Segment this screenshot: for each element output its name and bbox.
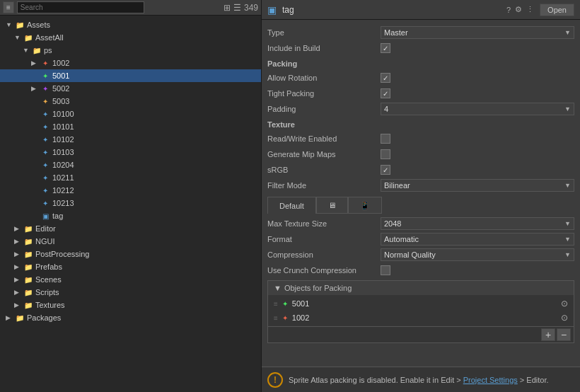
- allow-rotation-checkbox[interactable]: ✓: [381, 73, 390, 83]
- tree-label-5003: 5003: [52, 97, 69, 105]
- tree-item-scenes[interactable]: ▶ 📁 Scenes: [0, 273, 261, 286]
- tree-item-assetall[interactable]: ▼ 📁 AssetAll: [0, 31, 261, 44]
- remove-object-button[interactable]: −: [557, 328, 571, 341]
- tree-item-1002[interactable]: ▶ ✦ 1002: [0, 57, 261, 69]
- tree-item-10101[interactable]: ✦ 10101: [0, 120, 261, 133]
- padding-row: Padding 4 ▼: [267, 102, 574, 116]
- tree-item-assets[interactable]: ▼ 📁 Assets: [0, 18, 261, 31]
- tree-item-textures[interactable]: ▶ 📁 Textures: [0, 299, 261, 311]
- object-name-5001: 5001: [292, 299, 557, 308]
- arrow-scripts: ▶: [14, 289, 23, 296]
- search-input[interactable]: [17, 1, 144, 13]
- folder-icon-assetall: 📁: [23, 32, 34, 43]
- folder-icon-textures: 📁: [23, 299, 34, 311]
- tree-item-10213[interactable]: ✦ 10213: [0, 197, 261, 209]
- tree-item-5002[interactable]: ▶ ✦ 5002: [0, 82, 261, 95]
- filter-mode-dropdown[interactable]: Bilinear ▼: [381, 179, 574, 192]
- tree-item-10102[interactable]: ✦ 10102: [0, 133, 261, 146]
- object-settings-1002[interactable]: ⊙: [561, 313, 568, 323]
- srgb-checkbox[interactable]: ✓: [381, 165, 390, 175]
- objects-header[interactable]: ▼ Objects for Packing: [268, 281, 574, 295]
- srgb-row: sRGB ✓: [267, 163, 574, 177]
- tree-label-5001: 5001: [52, 71, 69, 80]
- menu-button[interactable]: ≡: [3, 1, 14, 13]
- sprite-icon-5002: ✦: [40, 83, 51, 94]
- arrow-ngui: ▶: [14, 238, 23, 245]
- type-dropdown[interactable]: Master ▼: [381, 26, 574, 39]
- tree-item-tag[interactable]: ▣ tag: [0, 209, 261, 222]
- tree-item-ngui[interactable]: ▶ 📁 NGUI: [0, 235, 261, 248]
- format-row: Format Automatic ▼: [267, 232, 574, 246]
- sprite-icon-10211: ✦: [40, 172, 51, 183]
- tree-item-prefabs[interactable]: ▶ 📁 Prefabs: [0, 260, 261, 273]
- tree-item-postprocessing[interactable]: ▶ 📁 PostProcessing: [0, 248, 261, 260]
- tight-packing-checkbox[interactable]: ✓: [381, 88, 390, 98]
- format-dropdown[interactable]: Automatic ▼: [381, 233, 574, 246]
- tree-item-scripts[interactable]: ▶ 📁 Scripts: [0, 286, 261, 299]
- tree-item-10100[interactable]: ✦ 10100: [0, 108, 261, 120]
- tree-label-assets: Assets: [27, 21, 50, 29]
- drag-handle-1002[interactable]: ≡: [274, 314, 278, 322]
- arrow-1002: ▶: [31, 59, 40, 67]
- tree-label-tag: tag: [52, 212, 63, 220]
- tree-label-ps: ps: [44, 46, 52, 54]
- objects-section: ▼ Objects for Packing ≡ ✦ 5001 ⊙ ≡ ✦ 100…: [267, 280, 574, 343]
- crunch-checkbox[interactable]: [381, 265, 390, 275]
- open-button[interactable]: Open: [540, 4, 574, 16]
- compression-dropdown[interactable]: Normal Quality ▼: [381, 248, 574, 261]
- project-settings-link[interactable]: Project Settings: [463, 376, 518, 384]
- inspector-title: tag: [282, 5, 294, 15]
- gear-icon[interactable]: ⚙: [515, 5, 522, 14]
- tree-item-editor[interactable]: ▶ 📁 Editor: [0, 222, 261, 235]
- tree-item-10212[interactable]: ✦ 10212: [0, 184, 261, 197]
- sprite-icon-5001: ✦: [40, 70, 51, 81]
- tab-android[interactable]: 📱: [348, 197, 382, 214]
- object-name-1002: 1002: [292, 313, 557, 322]
- mip-maps-checkbox[interactable]: [381, 149, 390, 159]
- sprite-icon-5003: ✦: [40, 96, 51, 107]
- tree-item-5003[interactable]: ✦ 5003: [0, 95, 261, 108]
- crunch-label: Use Crunch Compression: [267, 266, 381, 275]
- tight-packing-label: Tight Packing: [267, 89, 381, 98]
- arrow-assetall: ▼: [14, 34, 23, 41]
- tree-item-10211[interactable]: ✦ 10211: [0, 171, 261, 184]
- tree-item-10204[interactable]: ✦ 10204: [0, 158, 261, 171]
- list-icon[interactable]: ☰: [233, 3, 241, 13]
- tree-item-5001[interactable]: ✦ 5001: [0, 69, 261, 82]
- packing-section-header: Packing: [267, 59, 574, 68]
- tree-label-10213: 10213: [52, 199, 74, 207]
- tree-label-10103: 10103: [52, 148, 74, 156]
- padding-dropdown[interactable]: 4 ▼: [381, 103, 574, 115]
- tree-label-packages: Packages: [27, 313, 61, 322]
- filter-mode-value: Bilinear: [384, 181, 410, 190]
- tree-item-10103[interactable]: ✦ 10103: [0, 146, 261, 158]
- tab-desktop[interactable]: 🖥: [316, 197, 348, 214]
- drag-handle-5001[interactable]: ≡: [274, 300, 278, 308]
- object-settings-5001[interactable]: ⊙: [561, 299, 568, 309]
- folder-icon-ps: 📁: [31, 45, 42, 56]
- desktop-icon: 🖥: [328, 201, 336, 209]
- tree-label-1002: 1002: [52, 59, 69, 67]
- tree-label-assetall: AssetAll: [35, 33, 64, 42]
- tab-default[interactable]: Default: [267, 197, 316, 214]
- max-texture-dropdown[interactable]: 2048 ▼: [381, 217, 574, 230]
- question-icon[interactable]: ?: [506, 6, 511, 14]
- warning-message: Sprite Atlas packing is disabled. Enable…: [289, 376, 549, 384]
- objects-collapse-arrow: ▼: [274, 284, 282, 292]
- tree-item-packages[interactable]: ▶ 📁 Packages: [0, 311, 261, 324]
- include-build-label: Include in Build: [267, 44, 381, 52]
- grid-icon[interactable]: ⊞: [224, 3, 231, 13]
- object-icon-5001: ✦: [282, 300, 288, 308]
- folder-icon-prefabs: 📁: [23, 261, 34, 272]
- max-texture-row: Max Texture Size 2048 ▼: [267, 217, 574, 231]
- tree-item-ps[interactable]: ▼ 📁 ps: [0, 44, 261, 57]
- tree-label-10101: 10101: [52, 122, 74, 131]
- include-build-checkbox[interactable]: ✓: [381, 43, 390, 53]
- overflow-icon[interactable]: ⋮: [526, 5, 534, 14]
- folder-icon-editor: 📁: [23, 223, 34, 234]
- allow-rotation-label: Allow Rotation: [267, 74, 381, 82]
- objects-list: ≡ ✦ 5001 ⊙ ≡ ✦ 1002 ⊙: [268, 295, 574, 326]
- read-write-checkbox[interactable]: [381, 134, 390, 144]
- add-object-button[interactable]: +: [541, 328, 555, 341]
- count-badge: 349: [244, 3, 258, 13]
